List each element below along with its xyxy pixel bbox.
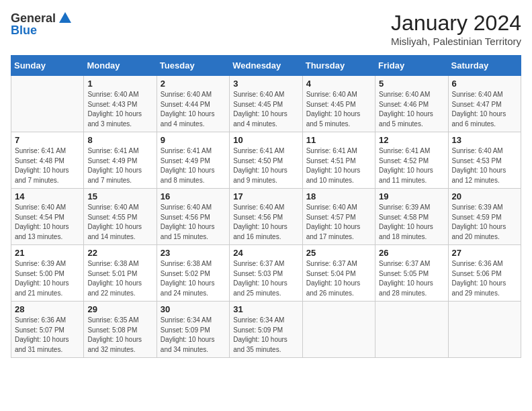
day-info: Sunrise: 6:37 AM Sunset: 5:05 PM Dayligh…	[379, 259, 444, 298]
day-info: Sunrise: 6:34 AM Sunset: 5:09 PM Dayligh…	[233, 316, 298, 355]
calendar-cell: 3Sunrise: 6:40 AM Sunset: 4:45 PM Daylig…	[230, 76, 302, 132]
day-info: Sunrise: 6:40 AM Sunset: 4:47 PM Dayligh…	[452, 90, 517, 129]
calendar-cell: 24Sunrise: 6:37 AM Sunset: 5:03 PM Dayli…	[230, 245, 302, 302]
calendar-cell: 12Sunrise: 6:41 AM Sunset: 4:52 PM Dayli…	[375, 132, 448, 189]
calendar-cell: 23Sunrise: 6:38 AM Sunset: 5:02 PM Dayli…	[157, 245, 229, 302]
day-number: 9	[161, 135, 226, 145]
day-info: Sunrise: 6:40 AM Sunset: 4:55 PM Dayligh…	[87, 203, 152, 242]
day-info: Sunrise: 6:35 AM Sunset: 5:08 PM Dayligh…	[87, 316, 152, 355]
day-number: 18	[306, 191, 371, 201]
day-info: Sunrise: 6:40 AM Sunset: 4:54 PM Dayligh…	[15, 203, 80, 242]
calendar-table: SundayMondayTuesdayWednesdayThursdayFrid…	[11, 55, 521, 358]
location: Misliyah, Palestinian Territory	[391, 36, 521, 47]
calendar-cell: 18Sunrise: 6:40 AM Sunset: 4:57 PM Dayli…	[302, 189, 375, 245]
calendar-cell: 1Sunrise: 6:40 AM Sunset: 4:43 PM Daylig…	[84, 76, 157, 132]
day-number: 26	[379, 248, 444, 258]
calendar-cell: 20Sunrise: 6:39 AM Sunset: 4:59 PM Dayli…	[448, 189, 521, 245]
day-number: 23	[161, 248, 226, 258]
calendar-week-row: 1Sunrise: 6:40 AM Sunset: 4:43 PM Daylig…	[11, 76, 521, 132]
calendar-cell: 27Sunrise: 6:36 AM Sunset: 5:06 PM Dayli…	[448, 245, 521, 302]
column-header-friday: Friday	[375, 56, 448, 76]
calendar-cell: 30Sunrise: 6:34 AM Sunset: 5:09 PM Dayli…	[157, 302, 229, 358]
month-title: January 2024	[391, 11, 521, 36]
day-info: Sunrise: 6:37 AM Sunset: 5:04 PM Dayligh…	[306, 259, 371, 298]
svg-marker-0	[59, 12, 71, 23]
day-number: 4	[306, 79, 371, 89]
day-info: Sunrise: 6:38 AM Sunset: 5:02 PM Dayligh…	[161, 259, 226, 298]
day-info: Sunrise: 6:38 AM Sunset: 5:01 PM Dayligh…	[87, 259, 152, 298]
calendar-cell: 29Sunrise: 6:35 AM Sunset: 5:08 PM Dayli…	[84, 302, 157, 358]
column-header-tuesday: Tuesday	[157, 56, 229, 76]
calendar-week-row: 7Sunrise: 6:41 AM Sunset: 4:48 PM Daylig…	[11, 132, 521, 189]
calendar-cell: 2Sunrise: 6:40 AM Sunset: 4:44 PM Daylig…	[157, 76, 229, 132]
logo: General Blue	[11, 11, 73, 38]
day-info: Sunrise: 6:37 AM Sunset: 5:03 PM Dayligh…	[233, 259, 298, 298]
day-number: 17	[233, 191, 298, 201]
calendar-cell: 25Sunrise: 6:37 AM Sunset: 5:04 PM Dayli…	[302, 245, 375, 302]
logo-blue-text: Blue	[11, 24, 37, 37]
day-info: Sunrise: 6:40 AM Sunset: 4:45 PM Dayligh…	[233, 90, 298, 129]
day-number: 13	[452, 135, 517, 145]
calendar-week-row: 14Sunrise: 6:40 AM Sunset: 4:54 PM Dayli…	[11, 189, 521, 245]
day-number: 7	[15, 135, 80, 145]
calendar-cell	[302, 302, 375, 358]
day-number: 24	[233, 248, 298, 258]
day-number: 28	[15, 304, 80, 314]
calendar-cell: 4Sunrise: 6:40 AM Sunset: 4:45 PM Daylig…	[302, 76, 375, 132]
column-header-monday: Monday	[84, 56, 157, 76]
calendar-header-row: SundayMondayTuesdayWednesdayThursdayFrid…	[11, 56, 521, 76]
day-number: 11	[306, 135, 371, 145]
column-header-sunday: Sunday	[11, 56, 84, 76]
day-info: Sunrise: 6:41 AM Sunset: 4:49 PM Dayligh…	[161, 146, 226, 185]
day-info: Sunrise: 6:39 AM Sunset: 4:59 PM Dayligh…	[452, 203, 517, 242]
calendar-cell: 10Sunrise: 6:41 AM Sunset: 4:50 PM Dayli…	[230, 132, 302, 189]
calendar-cell: 22Sunrise: 6:38 AM Sunset: 5:01 PM Dayli…	[84, 245, 157, 302]
calendar-cell: 14Sunrise: 6:40 AM Sunset: 4:54 PM Dayli…	[11, 189, 84, 245]
day-info: Sunrise: 6:40 AM Sunset: 4:53 PM Dayligh…	[452, 146, 517, 185]
calendar-cell	[448, 302, 521, 358]
day-info: Sunrise: 6:40 AM Sunset: 4:56 PM Dayligh…	[233, 203, 298, 242]
calendar-cell: 15Sunrise: 6:40 AM Sunset: 4:55 PM Dayli…	[84, 189, 157, 245]
day-number: 6	[452, 79, 517, 89]
calendar-cell: 6Sunrise: 6:40 AM Sunset: 4:47 PM Daylig…	[448, 76, 521, 132]
day-number: 3	[233, 79, 298, 89]
calendar-cell	[375, 302, 448, 358]
day-number: 25	[306, 248, 371, 258]
day-info: Sunrise: 6:40 AM Sunset: 4:43 PM Dayligh…	[87, 90, 152, 129]
page-header: General Blue January 2024 Misliyah, Pale…	[11, 11, 521, 47]
calendar-cell: 8Sunrise: 6:41 AM Sunset: 4:49 PM Daylig…	[84, 132, 157, 189]
day-info: Sunrise: 6:41 AM Sunset: 4:52 PM Dayligh…	[379, 146, 444, 185]
calendar-cell: 31Sunrise: 6:34 AM Sunset: 5:09 PM Dayli…	[230, 302, 302, 358]
day-number: 12	[379, 135, 444, 145]
day-number: 29	[87, 304, 152, 314]
calendar-cell: 16Sunrise: 6:40 AM Sunset: 4:56 PM Dayli…	[157, 189, 229, 245]
calendar-cell: 5Sunrise: 6:40 AM Sunset: 4:46 PM Daylig…	[375, 76, 448, 132]
day-number: 1	[87, 79, 152, 89]
calendar-cell: 26Sunrise: 6:37 AM Sunset: 5:05 PM Dayli…	[375, 245, 448, 302]
title-block: January 2024 Misliyah, Palestinian Terri…	[391, 11, 521, 47]
calendar-cell: 21Sunrise: 6:39 AM Sunset: 5:00 PM Dayli…	[11, 245, 84, 302]
column-header-thursday: Thursday	[302, 56, 375, 76]
calendar-week-row: 28Sunrise: 6:36 AM Sunset: 5:07 PM Dayli…	[11, 302, 521, 358]
day-number: 21	[15, 248, 80, 258]
day-info: Sunrise: 6:39 AM Sunset: 5:00 PM Dayligh…	[15, 259, 80, 298]
calendar-cell: 13Sunrise: 6:40 AM Sunset: 4:53 PM Dayli…	[448, 132, 521, 189]
day-info: Sunrise: 6:39 AM Sunset: 4:58 PM Dayligh…	[379, 203, 444, 242]
day-info: Sunrise: 6:41 AM Sunset: 4:49 PM Dayligh…	[87, 146, 152, 185]
day-info: Sunrise: 6:40 AM Sunset: 4:57 PM Dayligh…	[306, 203, 371, 242]
day-info: Sunrise: 6:41 AM Sunset: 4:48 PM Dayligh…	[15, 146, 80, 185]
day-info: Sunrise: 6:40 AM Sunset: 4:46 PM Dayligh…	[379, 90, 444, 129]
day-number: 31	[233, 304, 298, 314]
column-header-saturday: Saturday	[448, 56, 521, 76]
column-header-wednesday: Wednesday	[230, 56, 302, 76]
calendar-cell: 17Sunrise: 6:40 AM Sunset: 4:56 PM Dayli…	[230, 189, 302, 245]
day-number: 20	[452, 191, 517, 201]
calendar-cell: 11Sunrise: 6:41 AM Sunset: 4:51 PM Dayli…	[302, 132, 375, 189]
day-info: Sunrise: 6:36 AM Sunset: 5:07 PM Dayligh…	[15, 316, 80, 355]
day-info: Sunrise: 6:36 AM Sunset: 5:06 PM Dayligh…	[452, 259, 517, 298]
calendar-cell: 19Sunrise: 6:39 AM Sunset: 4:58 PM Dayli…	[375, 189, 448, 245]
calendar-cell: 28Sunrise: 6:36 AM Sunset: 5:07 PM Dayli…	[11, 302, 84, 358]
day-info: Sunrise: 6:40 AM Sunset: 4:45 PM Dayligh…	[306, 90, 371, 129]
day-number: 2	[161, 79, 226, 89]
day-number: 8	[87, 135, 152, 145]
